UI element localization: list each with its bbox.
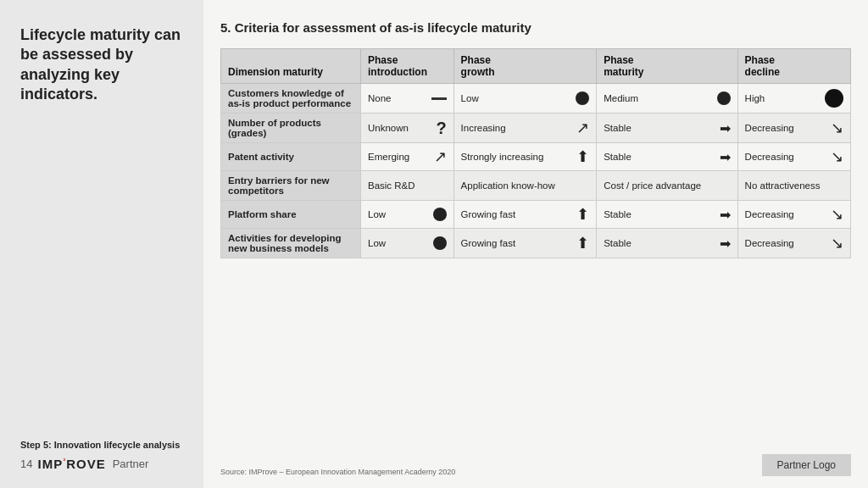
arrow-diagonal-down-icon: ↘ [831,234,843,252]
cell-content: Growing fast⬆ [461,205,590,224]
cell-text: Unknown [368,123,409,133]
partner-logo-box: Partner Logo [762,454,851,476]
cell-text: Stable [604,209,632,219]
cell-content: Decreasing↘ [745,234,843,252]
table-wrapper: Dimension maturity Phaseintroduction Pha… [220,48,851,449]
cell-text: Growing fast [461,209,516,219]
cell-content: Low [461,92,590,105]
cell-content: Low [368,208,447,221]
cell-content: Decreasing↘ [745,205,843,224]
cell-content: Increasing↗ [461,119,590,137]
cell-text: Decreasing [745,152,794,162]
table-cell: Low [361,229,454,258]
cell-content: Stable➡ [604,236,730,252]
cell-text: Strongly increasing [461,152,544,162]
logo-area: 14 IMP³ROVE Partner [20,457,186,471]
table-cell: Decreasing↘ [737,201,850,229]
cell-text: Stable [604,238,632,248]
table-row: Number of products (grades)Unknown?Incre… [221,114,851,143]
cell-text: Decreasing [745,209,794,219]
cell-content: Stable➡ [604,120,730,136]
table-row: Customers knowledge of as-is product per… [221,84,851,114]
table-row: Platform shareLowGrowing fast⬆Stable➡Dec… [221,201,851,229]
table-cell: Strongly increasing⬆ [453,143,597,171]
arrow-up-icon: ⬆ [576,147,589,166]
col-header-dimension: Dimension maturity [221,49,361,84]
maturity-table: Dimension maturity Phaseintroduction Pha… [220,48,851,258]
dimension-cell: Number of products (grades) [221,114,361,143]
cell-content: Low [368,236,447,250]
left-panel: Lifecycle maturity can be assessed by an… [0,0,203,488]
cell-text: Stable [604,123,632,133]
cell-content: Growing fast⬆ [461,234,590,252]
source-line: Source: IMProve – European Innovation Ma… [220,468,455,476]
left-title: Lifecycle maturity can be assessed by an… [20,25,186,105]
table-cell: Stable➡ [597,229,737,258]
table-cell: Unknown? [361,114,454,143]
table-cell: Decreasing↘ [737,229,850,258]
circle-icon [576,92,589,105]
col-header-maturity: Phasematurity [597,49,737,84]
cell-content: Unknown? [368,119,447,138]
arrow-up-icon: ⬆ [576,205,589,224]
cell-text: Emerging [368,152,409,162]
cell-content: Strongly increasing⬆ [461,147,590,166]
table-cell: Cost / price advantage [597,171,737,201]
cell-content: Emerging↗ [368,147,447,166]
table-cell: Medium [597,84,737,114]
cell-content: Stable➡ [604,149,730,165]
col-header-intro: Phaseintroduction [361,49,454,84]
bottom-row: Source: IMProve – European Innovation Ma… [220,454,851,476]
arrow-diagonal-up-icon: ↗ [576,119,589,137]
right-panel: 5. Criteria for assessment of as-is life… [203,0,868,488]
table-cell: Stable➡ [597,143,737,171]
dimension-cell: Activities for developing new business m… [221,229,361,258]
cell-content: Decreasing↘ [745,147,843,166]
arrow-right-icon: ➡ [720,149,731,165]
table-cell: None [361,84,454,114]
partner-label: Partner [113,458,149,470]
arrow-right-icon: ➡ [720,120,731,136]
table-cell: Stable➡ [597,114,737,143]
table-cell: Decreasing↘ [737,114,850,143]
section-title: 5. Criteria for assessment of as-is life… [220,20,851,35]
circle-icon [433,208,447,221]
table-row: Entry barriers for new competitorsBasic … [221,171,851,201]
table-cell: Growing fast⬆ [453,201,597,229]
table-cell: Emerging↗ [361,143,454,171]
table-row: Patent activityEmerging↗Strongly increas… [221,143,851,171]
table-cell: Basic R&D [361,171,454,201]
arrow-diagonal-down-icon: ↘ [831,205,843,224]
col-header-decline: Phasedecline [737,49,850,84]
dimension-cell: Platform share [221,201,361,229]
circle-icon [717,92,731,105]
circle-icon [433,236,447,250]
cell-content: Medium [604,92,730,105]
step-label: Step 5: Innovation lifecycle analysis [20,440,186,450]
cell-text: Stable [604,152,632,162]
cell-content: Decreasing↘ [745,119,843,137]
col-header-growth: Phasegrowth [453,49,597,84]
dimension-cell: Patent activity [221,143,361,171]
logo-number: 14 [20,458,32,470]
cell-text: Medium [604,93,638,103]
table-cell: Decreasing↘ [737,143,850,171]
cell-content: None [368,93,447,103]
dimension-cell: Entry barriers for new competitors [221,171,361,201]
table-cell: Low [361,201,454,229]
circle-large-icon [825,89,843,108]
cell-text: Decreasing [745,123,794,133]
table-row: Activities for developing new business m… [221,229,851,258]
table-cell: High [737,84,850,114]
cell-text: Decreasing [745,238,794,248]
cell-text: High [745,93,765,103]
left-footer: Step 5: Innovation lifecycle analysis 14… [20,440,186,471]
question-icon: ? [436,119,446,138]
cell-text: Low [368,209,386,219]
table-cell: Increasing↗ [453,114,597,143]
cell-text: Low [461,93,479,103]
table-cell: Application know-how [453,171,597,201]
cell-text: Growing fast [461,238,516,248]
dimension-cell: Customers knowledge of as-is product per… [221,84,361,114]
cell-text: Increasing [461,123,506,133]
